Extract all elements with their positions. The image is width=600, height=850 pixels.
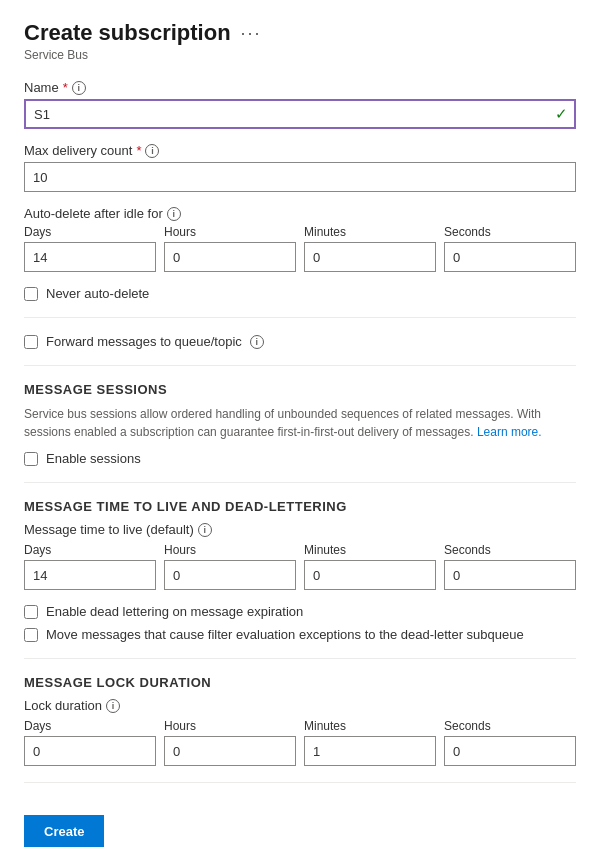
never-auto-delete-label[interactable]: Never auto-delete (46, 286, 149, 301)
ttl-minutes-input[interactable] (304, 560, 436, 590)
ttl-seconds-label: Seconds (444, 543, 576, 557)
lock-days-col: Days (24, 719, 156, 766)
ttl-seconds-input[interactable] (444, 560, 576, 590)
lock-minutes-label: Minutes (304, 719, 436, 733)
lock-hours-label: Hours (164, 719, 296, 733)
dead-letter-expiration-row: Enable dead lettering on message expirat… (24, 604, 576, 619)
lock-duration-heading: MESSAGE LOCK DURATION (24, 675, 576, 690)
auto-delete-days-col: Days (24, 225, 156, 272)
max-delivery-section: Max delivery count * i (24, 143, 576, 192)
message-ttl-heading: MESSAGE TIME TO LIVE AND DEAD-LETTERING (24, 499, 576, 514)
dead-letter-expiration-checkbox[interactable] (24, 605, 38, 619)
auto-delete-seconds-col: Seconds (444, 225, 576, 272)
name-field-section: Name * i ✓ (24, 80, 576, 129)
enable-sessions-label[interactable]: Enable sessions (46, 451, 141, 466)
never-auto-delete-row: Never auto-delete (24, 286, 576, 301)
divider-4 (24, 658, 576, 659)
message-sessions-heading: MESSAGE SESSIONS (24, 382, 576, 397)
message-ttl-section: MESSAGE TIME TO LIVE AND DEAD-LETTERING … (24, 499, 576, 590)
divider-3 (24, 482, 576, 483)
auto-delete-hours-input[interactable] (164, 242, 296, 272)
lock-seconds-label: Seconds (444, 719, 576, 733)
message-sessions-learn-more[interactable]: Learn more. (477, 425, 542, 439)
page-subtitle: Service Bus (24, 48, 576, 62)
message-sessions-description: Service bus sessions allow ordered handl… (24, 405, 576, 441)
lock-duration-section: MESSAGE LOCK DURATION Lock duration i Da… (24, 675, 576, 766)
forward-messages-row: Forward messages to queue/topic i (24, 334, 576, 349)
lock-duration-grid: Days Hours Minutes Seconds (24, 719, 576, 766)
ttl-days-input[interactable] (24, 560, 156, 590)
lock-seconds-input[interactable] (444, 736, 576, 766)
dead-letter-expiration-label[interactable]: Enable dead lettering on message expirat… (46, 604, 303, 619)
enable-sessions-checkbox[interactable] (24, 452, 38, 466)
forward-messages-info-icon[interactable]: i (250, 335, 264, 349)
max-delivery-label: Max delivery count * i (24, 143, 576, 158)
auto-delete-label: Auto-delete after idle for i (24, 206, 576, 221)
forward-messages-label[interactable]: Forward messages to queue/topic i (46, 334, 264, 349)
lock-duration-label: Lock duration i (24, 698, 576, 713)
lock-days-input[interactable] (24, 736, 156, 766)
ttl-hours-col: Hours (164, 543, 296, 590)
auto-delete-days-input[interactable] (24, 242, 156, 272)
ttl-grid: Days Hours Minutes Seconds (24, 543, 576, 590)
lock-duration-info-icon[interactable]: i (106, 699, 120, 713)
divider-1 (24, 317, 576, 318)
enable-sessions-row: Enable sessions (24, 451, 576, 466)
lock-seconds-col: Seconds (444, 719, 576, 766)
ttl-minutes-label: Minutes (304, 543, 436, 557)
auto-delete-section: Auto-delete after idle for i Days Hours … (24, 206, 576, 272)
ttl-days-label: Days (24, 543, 156, 557)
auto-delete-seconds-label: Seconds (444, 225, 576, 239)
ellipsis-menu-icon[interactable]: ··· (241, 23, 262, 44)
auto-delete-days-label: Days (24, 225, 156, 239)
lock-minutes-col: Minutes (304, 719, 436, 766)
name-input[interactable] (24, 99, 576, 129)
never-auto-delete-checkbox[interactable] (24, 287, 38, 301)
max-delivery-required-star: * (136, 143, 141, 158)
name-checkmark-icon: ✓ (555, 105, 568, 123)
ttl-days-col: Days (24, 543, 156, 590)
lock-minutes-input[interactable] (304, 736, 436, 766)
auto-delete-hours-label: Hours (164, 225, 296, 239)
lock-hours-col: Hours (164, 719, 296, 766)
auto-delete-info-icon[interactable]: i (167, 207, 181, 221)
ttl-hours-label: Hours (164, 543, 296, 557)
lock-hours-input[interactable] (164, 736, 296, 766)
page-title: Create subscription (24, 20, 231, 46)
bottom-divider (24, 782, 576, 783)
name-input-wrapper: ✓ (24, 99, 576, 129)
message-sessions-section: MESSAGE SESSIONS Service bus sessions al… (24, 382, 576, 466)
divider-2 (24, 365, 576, 366)
name-label: Name * i (24, 80, 576, 95)
ttl-minutes-col: Minutes (304, 543, 436, 590)
ttl-seconds-col: Seconds (444, 543, 576, 590)
ttl-info-icon[interactable]: i (198, 523, 212, 537)
auto-delete-grid: Days Hours Minutes Seconds (24, 225, 576, 272)
max-delivery-input[interactable] (24, 162, 576, 192)
dead-letter-filter-row: Move messages that cause filter evaluati… (24, 627, 576, 642)
name-info-icon[interactable]: i (72, 81, 86, 95)
auto-delete-minutes-input[interactable] (304, 242, 436, 272)
name-required-star: * (63, 80, 68, 95)
lock-days-label: Days (24, 719, 156, 733)
max-delivery-info-icon[interactable]: i (145, 144, 159, 158)
dead-letter-filter-label[interactable]: Move messages that cause filter evaluati… (46, 627, 524, 642)
ttl-hours-input[interactable] (164, 560, 296, 590)
auto-delete-hours-col: Hours (164, 225, 296, 272)
auto-delete-minutes-col: Minutes (304, 225, 436, 272)
create-button[interactable]: Create (24, 815, 104, 847)
auto-delete-seconds-input[interactable] (444, 242, 576, 272)
forward-messages-checkbox[interactable] (24, 335, 38, 349)
dead-letter-filter-checkbox[interactable] (24, 628, 38, 642)
ttl-label: Message time to live (default) i (24, 522, 576, 537)
auto-delete-minutes-label: Minutes (304, 225, 436, 239)
